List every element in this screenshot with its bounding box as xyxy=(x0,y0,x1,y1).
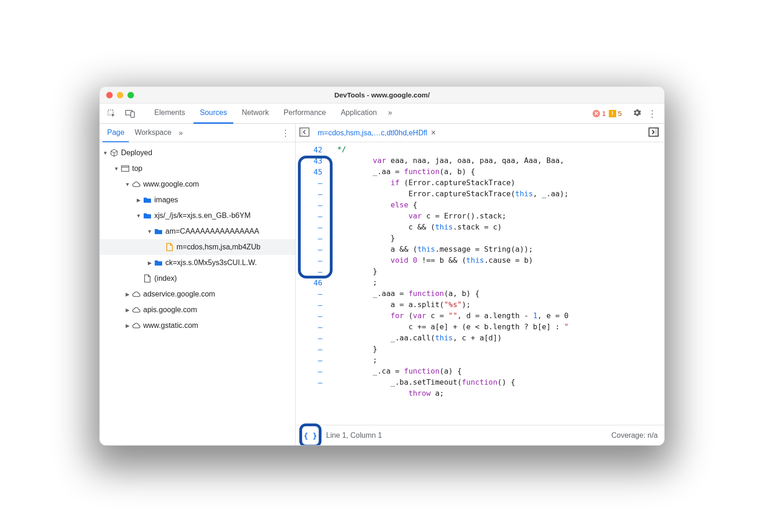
line-number[interactable]: – xyxy=(296,310,329,321)
line-number[interactable]: – xyxy=(296,344,329,355)
tabs-overflow[interactable]: » xyxy=(385,103,395,124)
inspect-element-icon[interactable] xyxy=(103,105,120,122)
expand-icon: ▶ xyxy=(125,323,130,329)
file-tab-active[interactable]: m=cdos,hsm,jsa,…c,dtl0hd,eHDfl × xyxy=(314,124,440,142)
line-number[interactable]: – xyxy=(296,355,329,366)
line-number[interactable]: – xyxy=(296,332,329,344)
titlebar: DevTools - www.google.com/ xyxy=(100,87,664,103)
tab-application[interactable]: Application xyxy=(334,103,383,124)
tree-label: images xyxy=(154,196,178,204)
close-tab-icon[interactable]: × xyxy=(431,128,436,138)
error-count: 1 xyxy=(602,109,606,117)
show-debugger-icon[interactable] xyxy=(649,127,661,139)
folder-icon xyxy=(153,260,164,266)
tree-ck[interactable]: ▶ ck=xjs.s.0Mx5ys3sCUI.L.W. xyxy=(100,255,295,271)
folder-icon xyxy=(142,212,152,219)
line-number[interactable]: 45 xyxy=(296,166,329,177)
tree-index[interactable]: (index) xyxy=(100,271,295,286)
line-gutter[interactable]: 42 43 45 – – – – – – – – – 46 – – – – xyxy=(296,142,332,425)
svg-rect-8 xyxy=(655,128,658,136)
line-number[interactable]: – xyxy=(296,288,329,299)
subtab-workspace[interactable]: Workspace xyxy=(130,124,176,142)
tree-label: Deployed xyxy=(121,149,152,157)
line-number[interactable]: – xyxy=(296,266,329,277)
warning-count-badge[interactable]: ! 5 xyxy=(609,109,622,117)
tree-label: xjs/_/js/k=xjs.s.en_GB.-b6YM xyxy=(154,212,251,220)
line-number[interactable]: – xyxy=(296,255,329,266)
line-number[interactable]: – xyxy=(296,233,329,244)
expand-icon: ▶ xyxy=(125,291,130,297)
tree-google[interactable]: ▼ www.google.com xyxy=(100,176,295,192)
svg-rect-3 xyxy=(121,166,129,171)
frame-icon xyxy=(120,165,130,172)
line-number[interactable]: 43 xyxy=(296,155,329,166)
line-number[interactable]: 42 xyxy=(296,144,329,155)
tree-deployed[interactable]: ▼ Deployed xyxy=(100,145,295,161)
line-number[interactable]: – xyxy=(296,321,329,332)
tab-sources[interactable]: Sources xyxy=(194,103,234,124)
tree-apis[interactable]: ▶ apis.google.com xyxy=(100,302,295,318)
tree-label: top xyxy=(132,164,142,173)
error-count-badge[interactable]: ✕ 1 xyxy=(593,109,606,117)
maximize-window-button[interactable] xyxy=(127,92,134,98)
show-navigator-icon[interactable] xyxy=(299,127,309,139)
expand-icon: ▼ xyxy=(136,213,141,218)
cloud-icon xyxy=(131,322,141,329)
expand-icon: ▶ xyxy=(147,260,152,266)
expand-icon: ▶ xyxy=(125,307,130,313)
line-number[interactable]: – xyxy=(296,177,329,188)
tree-am[interactable]: ▼ am=CAAAAAAAAAAAAAAA xyxy=(100,224,295,239)
close-window-button[interactable] xyxy=(106,92,113,98)
navigator-subtabs: Page Workspace » ⋮ xyxy=(100,124,295,142)
tree-images[interactable]: ▶ images xyxy=(100,192,295,208)
line-number[interactable]: – xyxy=(296,222,329,233)
line-number[interactable]: – xyxy=(296,188,329,200)
cursor-position: Line 1, Column 1 xyxy=(326,431,382,440)
cloud-icon xyxy=(131,307,141,313)
subtab-page[interactable]: Page xyxy=(103,124,129,142)
line-number[interactable]: – xyxy=(296,299,329,310)
line-number[interactable]: – xyxy=(296,200,329,211)
line-number[interactable]: – xyxy=(296,377,329,388)
line-number[interactable]: – xyxy=(296,211,329,222)
tree-xjs[interactable]: ▼ xjs/_/js/k=xjs.s.en_GB.-b6YM xyxy=(100,208,295,224)
editor-panel: m=cdos,hsm,jsa,…c,dtl0hd,eHDfl × 42 43 4… xyxy=(296,124,664,445)
tab-performance[interactable]: Performance xyxy=(277,103,333,124)
more-menu-icon[interactable]: ⋮ xyxy=(645,108,660,119)
cloud-icon xyxy=(131,291,141,297)
settings-gear-icon[interactable] xyxy=(632,108,642,120)
tree-label: (index) xyxy=(154,274,177,283)
coverage-status: Coverage: n/a xyxy=(611,431,658,440)
device-toolbar-icon[interactable] xyxy=(122,105,139,122)
navigator-menu-icon[interactable]: ⋮ xyxy=(281,128,292,138)
statusbar: { } Line 1, Column 1 Coverage: n/a xyxy=(296,425,664,445)
svg-rect-6 xyxy=(300,128,303,136)
line-number[interactable]: – xyxy=(296,366,329,377)
code-content[interactable]: */ var eaa, naa, jaa, oaa, paa, qaa, Aaa… xyxy=(332,142,664,425)
tree-mfile[interactable]: m=cdos,hsm,jsa,mb4ZUb xyxy=(100,239,295,255)
pretty-print-button[interactable]: { } xyxy=(299,423,321,446)
tree-label: apis.google.com xyxy=(143,306,197,314)
tab-elements[interactable]: Elements xyxy=(148,103,192,124)
tree-label: ck=xjs.s.0Mx5ys3sCUI.L.W. xyxy=(165,259,257,267)
cloud-icon xyxy=(131,181,141,187)
tree-label: m=cdos,hsm,jsa,mb4ZUb xyxy=(176,243,261,251)
tree-label: www.gstatic.com xyxy=(143,321,198,330)
minimize-window-button[interactable] xyxy=(117,92,123,98)
tree-adservice[interactable]: ▶ adservice.google.com xyxy=(100,286,295,302)
tree-gstatic[interactable]: ▶ www.gstatic.com xyxy=(100,318,295,333)
code-editor[interactable]: 42 43 45 – – – – – – – – – 46 – – – – xyxy=(296,142,664,425)
subtabs-overflow[interactable]: » xyxy=(179,129,183,137)
line-number[interactable]: 46 xyxy=(296,277,329,288)
tabs-right-controls: ✕ 1 ! 5 ⋮ xyxy=(593,108,664,120)
document-icon xyxy=(142,274,152,283)
tab-network[interactable]: Network xyxy=(235,103,275,124)
folder-icon xyxy=(142,197,152,203)
tree-top[interactable]: ▼ top xyxy=(100,161,295,176)
devtools-window: DevTools - www.google.com/ Elements Sour… xyxy=(99,86,665,446)
expand-icon: ▼ xyxy=(103,150,108,156)
traffic-lights xyxy=(106,92,134,98)
line-number[interactable]: – xyxy=(296,244,329,255)
folder-icon xyxy=(153,228,164,235)
svg-rect-2 xyxy=(131,112,134,117)
